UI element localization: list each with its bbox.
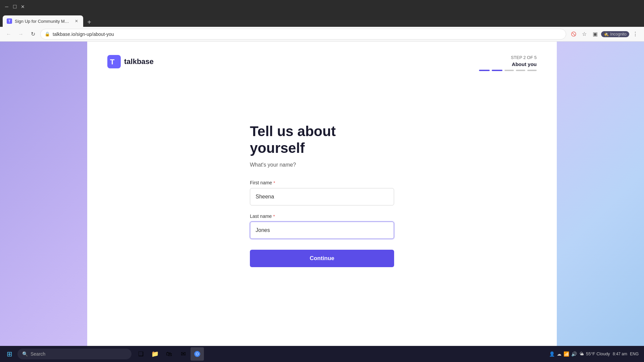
taskbar-pinned-icons: ❑ 📁 🛍 ✉ bbox=[134, 347, 204, 361]
first-name-label: First name * bbox=[250, 180, 394, 185]
step-indicator: STEP 2 OF 5 About you bbox=[479, 55, 537, 71]
menu-button[interactable]: ⋮ bbox=[631, 29, 640, 39]
tab-close-button[interactable]: ✕ bbox=[74, 18, 79, 24]
incognito-label: Incognito bbox=[610, 32, 627, 37]
last-name-input[interactable] bbox=[250, 222, 394, 239]
step-dot-2 bbox=[492, 70, 502, 71]
minimize-button[interactable]: ─ bbox=[4, 4, 9, 9]
step-dot-5 bbox=[527, 70, 537, 71]
logo-text: talkbase bbox=[124, 57, 154, 66]
active-tab[interactable]: T Sign Up for Community Manag ✕ bbox=[3, 15, 83, 27]
back-button[interactable]: ← bbox=[4, 29, 13, 39]
tab-title: Sign Up for Community Manag bbox=[15, 19, 71, 24]
maximize-button[interactable]: ☐ bbox=[12, 4, 17, 9]
tab-favicon: T bbox=[7, 18, 12, 24]
weather-display: 🌥 55°F Cloudy bbox=[580, 351, 610, 356]
refresh-button[interactable]: ↻ bbox=[28, 29, 38, 39]
start-button[interactable]: ⊞ bbox=[3, 347, 16, 361]
address-bar[interactable]: 🔒 talkbase.io/sign-up/about-you bbox=[40, 29, 566, 40]
forward-button[interactable]: → bbox=[16, 29, 25, 39]
network-icon[interactable]: 📶 bbox=[564, 351, 569, 357]
taskbar-mail[interactable]: ✉ bbox=[176, 347, 190, 361]
taskbar-file-explorer[interactable]: 📁 bbox=[148, 347, 162, 361]
weather-text: 55°F Cloudy bbox=[586, 351, 610, 356]
time-text: 8:47 am bbox=[613, 351, 627, 357]
bookmark-button[interactable]: ☆ bbox=[580, 29, 589, 39]
talkbase-logo-icon: T bbox=[107, 55, 121, 68]
incognito-badge: 🕵 Incognito bbox=[601, 31, 629, 37]
sound-icon[interactable]: 🔊 bbox=[571, 351, 577, 357]
task-view-button[interactable]: ❑ bbox=[134, 347, 148, 361]
title-bar: ─ ☐ ✕ bbox=[0, 0, 644, 13]
close-button[interactable]: ✕ bbox=[20, 4, 25, 9]
person-icon[interactable]: 👤 bbox=[549, 351, 555, 357]
lock-icon: 🔒 bbox=[45, 32, 50, 37]
nav-bar: ← → ↻ 🔒 talkbase.io/sign-up/about-you 🚫 … bbox=[0, 27, 644, 42]
taskbar-search-text: Search bbox=[31, 351, 45, 357]
cloud-icon[interactable]: ☁ bbox=[557, 351, 561, 357]
last-name-required: * bbox=[273, 214, 275, 219]
step-dot-3 bbox=[504, 70, 514, 71]
last-name-label: Last name * bbox=[250, 214, 394, 219]
page-card: T talkbase STEP 2 OF 5 About you Tell us… bbox=[87, 42, 557, 362]
tab-bar: T Sign Up for Community Manag ✕ + bbox=[0, 13, 644, 27]
step-dots bbox=[479, 70, 537, 71]
new-tab-button[interactable]: + bbox=[85, 17, 94, 27]
system-tray-icons: 👤 ☁ 📶 🔊 bbox=[549, 351, 577, 357]
chrome-icon bbox=[194, 351, 201, 357]
taskbar-browser[interactable] bbox=[191, 347, 204, 361]
form-subtitle: What's your name? bbox=[250, 162, 394, 168]
step-dot-1 bbox=[479, 70, 490, 71]
window-controls: ─ ☐ ✕ bbox=[4, 4, 25, 9]
eye-slash-icon[interactable]: 🚫 bbox=[569, 29, 578, 39]
windows-logo-icon: ⊞ bbox=[7, 350, 12, 358]
first-name-field-group: First name * bbox=[250, 180, 394, 205]
last-name-field-group: Last name * bbox=[250, 214, 394, 239]
language-display: ENG bbox=[630, 352, 639, 356]
svg-point-4 bbox=[196, 353, 198, 355]
nav-actions: 🚫 ☆ ▣ 🕵 Incognito ⋮ bbox=[569, 29, 640, 39]
taskbar-system-tray: 👤 ☁ 📶 🔊 🌥 55°F Cloudy 8:47 am ENG bbox=[549, 351, 641, 357]
taskbar-store[interactable]: 🛍 bbox=[162, 347, 176, 361]
weather-icon: 🌥 bbox=[580, 351, 584, 356]
taskbar-search-icon: 🔍 bbox=[22, 351, 28, 357]
browser-chrome: ─ ☐ ✕ T Sign Up for Community Manag ✕ + … bbox=[0, 0, 644, 42]
url-display: talkbase.io/sign-up/about-you bbox=[53, 32, 562, 37]
step-dot-4 bbox=[516, 70, 525, 71]
sidebar-button[interactable]: ▣ bbox=[590, 29, 600, 39]
form-inner: Tell us about yourself What's your name?… bbox=[250, 123, 394, 267]
svg-text:T: T bbox=[110, 58, 115, 66]
page-wrapper: T talkbase STEP 2 OF 5 About you Tell us… bbox=[0, 42, 644, 362]
form-container: Tell us about yourself What's your name?… bbox=[107, 62, 537, 328]
continue-button[interactable]: Continue bbox=[250, 250, 394, 267]
incognito-icon: 🕵 bbox=[604, 32, 609, 37]
step-label: STEP 2 OF 5 bbox=[479, 55, 537, 60]
clock-display: 8:47 am bbox=[613, 351, 627, 357]
first-name-required: * bbox=[273, 180, 275, 185]
form-heading: Tell us about yourself bbox=[250, 123, 394, 157]
step-title: About you bbox=[479, 61, 537, 67]
first-name-input[interactable] bbox=[250, 188, 394, 205]
taskbar-search-bar[interactable]: 🔍 Search bbox=[17, 349, 131, 359]
taskbar: ⊞ 🔍 Search ❑ 📁 🛍 ✉ 👤 ☁ 📶 🔊 🌥 55°F Cloudy bbox=[0, 346, 644, 362]
